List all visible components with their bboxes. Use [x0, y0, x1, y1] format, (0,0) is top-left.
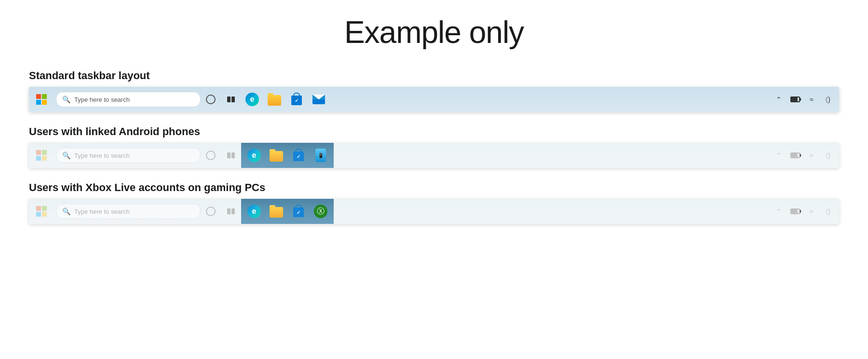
windows-logo-icon-android [36, 150, 47, 161]
search-box-xbox[interactable]: 🔍 Type here to search [56, 204, 201, 219]
search-icon: 🔍 [62, 96, 70, 103]
system-tray-xbox: ⌃ ≈ 〈) [772, 199, 839, 224]
mail-app-button[interactable] [308, 87, 330, 112]
store-app-button-xbox[interactable]: ✓ [287, 199, 310, 224]
section-label-xbox: Users with Xbox Live accounts on gaming … [29, 181, 839, 194]
chevron-up-icon-android: ⌃ [776, 152, 782, 159]
cortana-button[interactable] [201, 87, 221, 112]
tray-volume-button-xbox[interactable]: 〈) [821, 199, 835, 224]
task-view-icon [227, 97, 235, 102]
tray-network-button[interactable]: ≈ [804, 87, 819, 112]
start-button[interactable] [29, 87, 54, 112]
windows-logo-icon [36, 94, 47, 105]
edge-icon-android: e [247, 149, 261, 162]
xbox-app-button[interactable]: Ⓧ [310, 199, 332, 224]
task-view-button-android[interactable] [221, 143, 241, 168]
search-icon-android: 🔍 [62, 152, 70, 159]
windows-logo-icon-xbox [36, 206, 47, 217]
tray-chevron-button[interactable]: ⌃ [772, 87, 786, 112]
chevron-up-icon: ⌃ [776, 96, 782, 103]
edge-icon-xbox: e [247, 205, 261, 218]
volume-icon-xbox: 〈) [826, 207, 830, 216]
xbox-icon: Ⓧ [314, 205, 327, 218]
store-app-button-android[interactable]: ✓ [287, 143, 310, 168]
edge-app-button[interactable]: e [241, 87, 263, 112]
battery-icon-xbox [790, 208, 800, 214]
start-button-android[interactable] [29, 143, 54, 168]
edge-app-button-xbox[interactable]: e [243, 199, 265, 224]
task-view-icon-xbox [227, 208, 235, 214]
tray-network-button-android[interactable]: ≈ [804, 143, 819, 168]
battery-icon [790, 97, 800, 102]
phone-icon: 📱 [315, 149, 326, 162]
tray-battery-button[interactable] [788, 87, 802, 112]
page-title: Example only [29, 14, 839, 50]
cortana-button-xbox[interactable] [201, 199, 221, 224]
tray-volume-button-android[interactable]: 〈) [821, 143, 835, 168]
search-box-android[interactable]: 🔍 Type here to search [56, 148, 201, 163]
task-view-button[interactable] [221, 87, 241, 112]
explorer-app-button[interactable] [263, 87, 285, 112]
pinned-apps-android-highlight: e ✓ 📱 [241, 143, 334, 168]
tray-volume-button[interactable]: 〈) [821, 87, 835, 112]
tray-battery-button-android[interactable] [788, 143, 802, 168]
section-android: Users with linked Android phones 🔍 Type … [29, 125, 839, 168]
pinned-apps-xbox-highlight: e ✓ Ⓧ [241, 199, 334, 224]
store-app-button[interactable]: ✓ [285, 87, 308, 112]
chevron-up-icon-xbox: ⌃ [776, 207, 782, 215]
tray-battery-button-xbox[interactable] [788, 199, 802, 224]
section-label-android: Users with linked Android phones [29, 125, 839, 138]
taskbar-android: 🔍 Type here to search e [29, 143, 839, 168]
volume-icon: 〈) [826, 96, 830, 104]
cortana-icon-xbox [206, 207, 216, 216]
section-label-standard: Standard taskbar layout [29, 69, 839, 82]
store-icon-xbox: ✓ [292, 205, 305, 218]
mail-icon [312, 95, 325, 104]
search-placeholder-text: Type here to search [74, 96, 130, 103]
explorer-icon-xbox [270, 205, 283, 218]
explorer-app-button-android[interactable] [265, 143, 287, 168]
start-button-xbox[interactable] [29, 199, 54, 224]
search-icon-xbox: 🔍 [62, 207, 70, 215]
search-placeholder-android: Type here to search [74, 152, 130, 159]
explorer-app-button-xbox[interactable] [265, 199, 287, 224]
section-standard: Standard taskbar layout 🔍 Type here to s… [29, 69, 839, 112]
volume-icon-android: 〈) [826, 152, 830, 160]
system-tray-android: ⌃ ≈ 〈) [772, 143, 839, 168]
system-tray-standard: ⌃ ≈ 〈) [772, 87, 839, 112]
explorer-icon [268, 93, 281, 106]
section-xbox: Users with Xbox Live accounts on gaming … [29, 181, 839, 224]
tray-network-button-xbox[interactable]: ≈ [804, 199, 819, 224]
cortana-icon [206, 95, 216, 104]
network-icon: ≈ [810, 96, 814, 103]
edge-app-button-android[interactable]: e [243, 143, 265, 168]
store-icon-android: ✓ [292, 149, 305, 162]
battery-icon-android [790, 152, 800, 158]
tray-chevron-button-xbox[interactable]: ⌃ [772, 199, 786, 224]
search-placeholder-xbox: Type here to search [74, 208, 130, 215]
search-box[interactable]: 🔍 Type here to search [56, 92, 201, 107]
pinned-apps-standard: e ✓ [241, 87, 330, 112]
phone-app-button-android[interactable]: 📱 [310, 143, 332, 168]
tray-chevron-button-android[interactable]: ⌃ [772, 143, 786, 168]
network-icon-xbox: ≈ [810, 207, 814, 215]
cortana-icon-android [206, 151, 216, 160]
network-icon-android: ≈ [810, 152, 814, 159]
task-view-button-xbox[interactable] [221, 199, 241, 224]
cortana-button-android[interactable] [201, 143, 221, 168]
edge-icon: e [245, 93, 259, 106]
taskbar-xbox: 🔍 Type here to search e [29, 199, 839, 224]
explorer-icon-android [270, 149, 283, 162]
store-icon: ✓ [290, 93, 303, 106]
taskbar-standard: 🔍 Type here to search e [29, 87, 839, 112]
task-view-icon-android [227, 152, 235, 158]
